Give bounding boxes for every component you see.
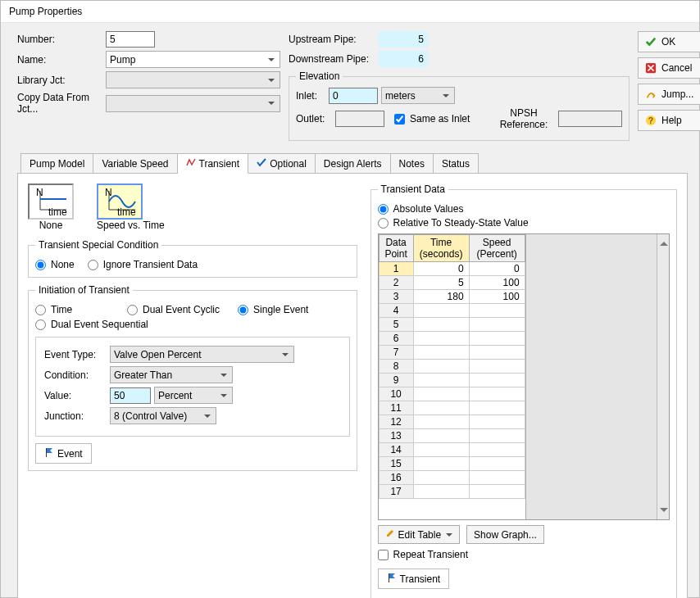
table-row[interactable]: 12	[379, 415, 525, 429]
value-input[interactable]	[110, 387, 151, 404]
x-icon	[645, 62, 657, 74]
table-row[interactable]: 17	[379, 485, 525, 499]
ttype-svt-label: Speed vs. Time	[97, 220, 165, 231]
svg-text:time: time	[117, 206, 136, 216]
jump-button[interactable]: Jump...	[638, 84, 700, 105]
svg-rect-12	[46, 448, 47, 457]
table-row[interactable]: 9	[379, 374, 525, 387]
tsc-group: Transient Special Condition None Ignore …	[28, 239, 357, 278]
tab-status[interactable]: Status	[434, 153, 479, 174]
ttype-speed-vs-time[interactable]: Ntime Speed vs. Time	[97, 183, 165, 231]
junction-select[interactable]: 8 (Control Valve)	[110, 407, 216, 424]
table-empty-area	[525, 234, 657, 519]
jump-icon	[645, 88, 657, 100]
tsc-ignore[interactable]: Ignore Transient Data	[88, 259, 198, 270]
event-type-select[interactable]: Valve Open Percent	[110, 346, 294, 363]
outlet-label: Outlet:	[296, 113, 329, 125]
edit-icon	[385, 528, 395, 541]
table-row[interactable]: 15	[379, 457, 525, 471]
same-as-inlet-check[interactable]: Same as Inlet	[394, 113, 483, 125]
value-label: Value:	[44, 390, 110, 401]
tsc-none[interactable]: None	[35, 259, 75, 270]
transient-icon	[186, 157, 196, 170]
flag-icon	[44, 447, 54, 460]
tab-notes[interactable]: Notes	[391, 153, 434, 174]
svg-text:?: ?	[648, 116, 653, 125]
copy-select[interactable]	[106, 95, 280, 112]
condition-select[interactable]: Greater Than	[110, 366, 233, 383]
ttype-none-label: None	[28, 220, 74, 231]
ok-button[interactable]: OK	[638, 31, 700, 52]
table-row[interactable]: 100	[379, 262, 525, 276]
outlet-input	[335, 111, 384, 127]
tdata-legend: Transient Data	[378, 183, 448, 195]
table-row[interactable]: 4	[379, 304, 525, 318]
event-subtab[interactable]: Event	[35, 443, 92, 464]
tab-optional[interactable]: Optional	[248, 153, 316, 174]
check-icon	[645, 36, 657, 48]
junction-label: Junction:	[44, 410, 110, 422]
init-legend: Initiation of Transient	[35, 284, 133, 296]
table-row[interactable]: 11	[379, 401, 525, 415]
check-icon	[257, 157, 266, 170]
npsh-input	[558, 111, 622, 127]
table-row[interactable]: 25100	[379, 276, 525, 290]
elevation-legend: Elevation	[296, 70, 343, 82]
condition-label: Condition:	[44, 369, 110, 381]
table-row[interactable]: 6	[379, 332, 525, 346]
tdata-group: Transient Data Absolute Values Relative …	[370, 183, 677, 598]
library-label: Library Jct:	[17, 75, 106, 86]
library-select[interactable]	[106, 71, 280, 88]
tab-design-alerts[interactable]: Design Alerts	[316, 153, 391, 174]
table-row[interactable]: 3180100	[379, 290, 525, 304]
elevation-group: Elevation Inlet: meters Outlet: Same as …	[289, 70, 630, 141]
chevron-down-icon	[446, 533, 452, 540]
downstream-value: 6	[379, 51, 428, 67]
name-select[interactable]: Pump	[106, 51, 280, 68]
init-dual-cyclic[interactable]: Dual Event Cyclic	[127, 304, 220, 315]
npsh-label: NPSH Reference:	[496, 107, 552, 130]
tab-pump-model[interactable]: Pump Model	[20, 153, 93, 174]
copy-label: Copy Data From Jct...	[17, 92, 106, 115]
upstream-label: Upstream Pipe:	[289, 34, 379, 45]
svg-text:N: N	[105, 187, 112, 198]
init-time[interactable]: Time	[35, 304, 109, 315]
table-scrollbar[interactable]	[657, 234, 669, 519]
init-single[interactable]: Single Event	[238, 304, 311, 315]
table-row[interactable]: 16	[379, 471, 525, 485]
table-row[interactable]: 10	[379, 387, 525, 401]
transient-table[interactable]: Data Point Time (seconds) Speed (Percent…	[378, 233, 670, 520]
value-units-select[interactable]: Percent	[154, 387, 233, 404]
init-dual-seq[interactable]: Dual Event Sequential	[35, 319, 148, 330]
svg-rect-13	[389, 573, 389, 582]
cancel-button[interactable]: Cancel	[638, 57, 700, 79]
inlet-units-select[interactable]: meters	[381, 87, 455, 104]
inlet-input[interactable]	[329, 88, 378, 104]
show-graph-button[interactable]: Show Graph...	[466, 525, 544, 544]
table-row[interactable]: 14	[379, 443, 525, 457]
edit-table-button[interactable]: Edit Table	[378, 525, 460, 544]
flag-icon	[387, 573, 397, 585]
same-as-inlet-checkbox[interactable]	[394, 114, 405, 125]
help-button[interactable]: ? Help	[638, 110, 700, 131]
col-speed[interactable]: Speed (Percent)	[469, 235, 525, 262]
init-group: Initiation of Transient Time Dual Event …	[28, 284, 357, 471]
table-row[interactable]: 13	[379, 429, 525, 443]
table-row[interactable]: 7	[379, 346, 525, 360]
tdata-absolute[interactable]: Absolute Values	[378, 203, 464, 215]
repeat-transient-check[interactable]: Repeat Transient	[378, 549, 468, 560]
window-title: Pump Properties	[1, 1, 699, 23]
col-time[interactable]: Time (seconds)	[413, 235, 469, 262]
tdata-relative[interactable]: Relative To Steady-State Value	[378, 217, 529, 229]
table-row[interactable]: 5	[379, 318, 525, 332]
ttype-none[interactable]: Ntime None	[28, 183, 74, 231]
transient-subtab[interactable]: Transient	[378, 569, 450, 589]
table-row[interactable]: 8	[379, 360, 525, 374]
tab-transient[interactable]: Transient	[178, 153, 249, 174]
inlet-label: Inlet:	[296, 90, 329, 102]
number-label: Number:	[17, 34, 106, 45]
tab-variable-speed[interactable]: Variable Speed	[93, 153, 177, 174]
number-input[interactable]	[106, 31, 155, 48]
upstream-value: 5	[379, 31, 428, 48]
col-datapoint[interactable]: Data Point	[379, 235, 413, 262]
